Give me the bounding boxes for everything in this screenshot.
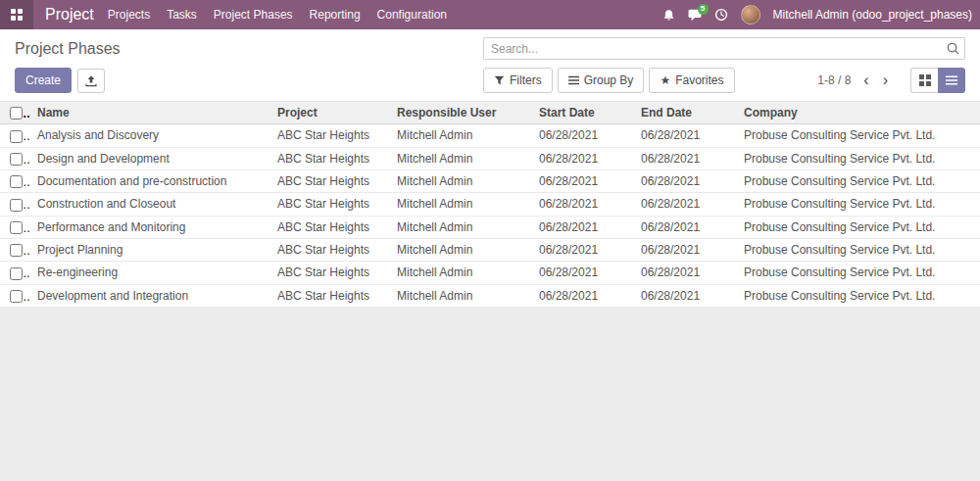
pager-previous-button[interactable]: ‹ [858,72,873,88]
create-button[interactable]: Create [15,68,72,93]
activities-clock-icon[interactable] [714,8,728,22]
navbar-right: 5 Mitchell Admin (odoo_project_phases) [662,5,980,24]
user-avatar[interactable] [741,5,760,24]
column-header-company[interactable]: Company [736,102,980,124]
cell-start-date: 06/28/2021 [531,193,633,216]
pager-next-button[interactable]: › [878,72,893,88]
pager: 1-8 / 8 ‹ › [817,68,965,93]
column-header-name[interactable]: Name [29,102,270,124]
table-row[interactable]: Project Planning ABC Star Heights Mitche… [0,238,980,261]
control-panel: Project Phases Create [0,29,980,101]
menu-item-configuration[interactable]: Configuration [377,8,447,22]
phase-rows: Analysis and Discovery ABC Star Heights … [0,124,980,308]
table-row[interactable]: Performance and Monitoring ABC Star Heig… [0,216,980,238]
kanban-icon [919,74,931,86]
cell-end-date: 06/28/2021 [633,124,736,147]
message-count-badge: 5 [698,4,709,15]
cell-project: ABC Star Heights [270,193,389,216]
apps-grid-icon [11,9,23,21]
cell-responsible-user: Mitchell Admin [389,284,531,307]
favorites-button-label: Favorites [675,73,723,87]
table-row[interactable]: Documentation and pre-construction ABC S… [0,169,980,192]
cell-company: Probuse Consulting Service Pvt. Ltd. [736,262,980,284]
action-buttons: Create [15,68,105,93]
cell-end-date: 06/28/2021 [633,193,736,216]
column-header-project[interactable]: Project [270,102,389,124]
cell-project: ABC Star Heights [270,216,389,238]
menu-item-tasks[interactable]: Tasks [167,8,197,22]
cell-start-date: 06/28/2021 [531,216,633,238]
table-header-row: Name Project Responsible User Start Date… [0,102,980,124]
view-switcher [910,68,965,93]
cell-project: ABC Star Heights [270,124,389,147]
pager-range: 1-8 / 8 [817,73,851,87]
row-checkbox[interactable] [10,267,23,280]
filters-button-label: Filters [510,73,542,87]
table-row[interactable]: Design and Development ABC Star Heights … [0,147,980,169]
cell-name: Design and Development [29,147,270,169]
user-menu[interactable]: Mitchell Admin (odoo_project_phases) [773,8,972,22]
select-all-checkbox[interactable] [10,107,23,120]
cell-company: Probuse Consulting Service Pvt. Ltd. [736,169,980,192]
table-row[interactable]: Development and Integration ABC Star Hei… [0,284,980,307]
search-input[interactable] [483,37,965,60]
top-navbar: Project Projects Tasks Project Phases Re… [0,0,980,29]
cell-name: Performance and Monitoring [29,216,270,238]
bell-icon [662,9,675,22]
page-title: Project Phases [15,40,121,58]
notifications-bell-icon[interactable] [662,9,675,22]
column-header-end-date[interactable]: End Date [633,102,736,124]
cell-end-date: 06/28/2021 [633,262,736,284]
table-row[interactable]: Construction and Closeout ABC Star Heigh… [0,193,980,216]
row-checkbox[interactable] [10,290,23,303]
cell-start-date: 06/28/2021 [531,238,633,261]
group-by-button-label: Group By [584,73,634,87]
row-checkbox[interactable] [10,221,23,234]
cell-responsible-user: Mitchell Admin [389,193,531,216]
cell-project: ABC Star Heights [270,238,389,261]
row-select-cell [0,193,29,216]
row-checkbox[interactable] [10,153,23,166]
cell-project: ABC Star Heights [270,147,389,169]
control-panel-bottom: Create Filters [15,68,965,93]
cell-end-date: 06/28/2021 [633,284,736,307]
column-header-start-date[interactable]: Start Date [531,102,633,124]
apps-menu-button[interactable] [0,0,33,29]
cell-name: Construction and Closeout [29,193,270,216]
cell-company: Probuse Consulting Service Pvt. Ltd. [736,124,980,147]
upload-icon [85,74,97,87]
search-box [483,37,965,60]
list-view-button[interactable] [938,68,965,93]
table-row[interactable]: Re-engineering ABC Star Heights Mitchell… [0,262,980,284]
search-icon[interactable] [946,41,960,56]
list-view: Name Project Responsible User Start Date… [0,101,980,308]
clock-icon [714,8,728,22]
cell-end-date: 06/28/2021 [633,238,736,261]
app-name[interactable]: Project [45,6,94,24]
favorites-button[interactable]: ★ Favorites [649,68,734,93]
menu-item-reporting[interactable]: Reporting [310,8,361,22]
menu-item-projects[interactable]: Projects [108,8,150,22]
row-checkbox[interactable] [10,244,23,257]
kanban-view-button[interactable] [910,68,938,93]
column-header-responsible-user[interactable]: Responsible User [389,102,531,124]
export-button[interactable] [77,69,105,93]
row-select-cell [0,147,29,169]
row-select-cell [0,169,29,192]
row-select-cell [0,262,29,284]
row-checkbox[interactable] [10,130,23,143]
cell-responsible-user: Mitchell Admin [389,262,531,284]
cell-responsible-user: Mitchell Admin [389,169,531,192]
cell-responsible-user: Mitchell Admin [389,238,531,261]
filters-button[interactable]: Filters [483,68,553,93]
filter-funnel-icon [494,75,505,86]
table-row[interactable]: Analysis and Discovery ABC Star Heights … [0,124,980,147]
row-checkbox[interactable] [10,175,23,188]
messages-icon[interactable]: 5 [688,9,702,22]
cell-company: Probuse Consulting Service Pvt. Ltd. [736,193,980,216]
group-by-button[interactable]: Group By [558,68,645,93]
row-checkbox[interactable] [10,199,23,212]
cell-start-date: 06/28/2021 [531,262,633,284]
control-panel-top: Project Phases [15,37,965,60]
menu-item-project-phases[interactable]: Project Phases [214,8,293,22]
